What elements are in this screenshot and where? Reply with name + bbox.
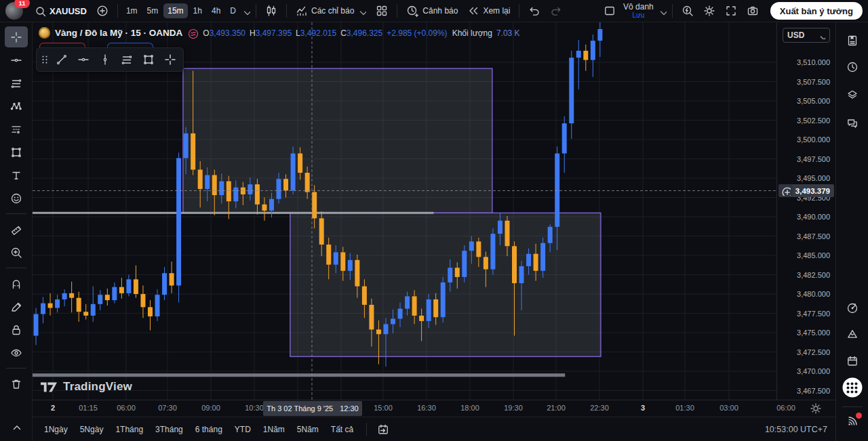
tradingview-logo-icon [41,382,58,392]
sidebar-broadcast-button[interactable] [841,411,864,432]
sidebar-alerts-button[interactable] [841,56,864,78]
indicator-templates-button[interactable] [371,2,393,20]
timeframe-D[interactable]: D [226,3,240,18]
layout-save-link[interactable]: Lưu [633,12,645,19]
price-tick: 3,490.000 [797,212,830,222]
snapshot-button[interactable] [742,2,764,20]
float-tool-parallel[interactable] [117,50,137,69]
divider [6,213,26,214]
user-avatar[interactable]: 11 [5,2,23,20]
watermark-text: TradingView [63,380,132,394]
price-tick: 3,502.500 [797,116,830,125]
tool-hline-tool[interactable] [5,49,28,70]
notification-badge: 11 [14,0,30,8]
timeframe-15m[interactable]: 15m [163,3,187,18]
sidebar-chat-button[interactable] [841,112,864,134]
float-tool-trendline[interactable] [52,50,72,69]
timeframe-4h[interactable]: 4h [208,3,224,18]
price-chart[interactable] [33,22,776,400]
symbol-search-button[interactable]: XAUUSD [30,3,92,20]
float-tool-hline-tool[interactable] [73,50,94,69]
tool-rect-tool[interactable] [5,142,28,163]
redo-button[interactable] [545,2,567,20]
float-tool-crosshair-pointer[interactable] [160,50,180,69]
tool-position[interactable] [5,119,28,140]
range-1tháng[interactable]: 1Tháng [112,422,146,437]
layout-name-button[interactable]: Vô danh Lưu [620,2,656,20]
tool-parallel[interactable] [5,72,28,93]
tool-eye[interactable] [5,342,28,363]
timeframe-1h[interactable]: 1h [189,3,206,18]
sidebar-calendar-button[interactable] [841,350,864,372]
layout-square-icon [604,5,616,17]
price-axis[interactable]: USD 3,510.0003,507.5003,505.0003,502.500… [777,22,835,400]
ideas-icon [846,328,859,340]
range-5ngày[interactable]: 5Ngày [77,422,107,437]
tool-smiley[interactable] [5,188,28,209]
fullscreen-button[interactable] [720,2,742,20]
quick-search-button[interactable] [677,2,698,20]
crosshair-time: 12:30 [340,404,359,413]
range-6-tháng[interactable]: 6 tháng [192,422,226,437]
legend-title[interactable]: Vàng / Đô la Mỹ · 15 · OANDA [55,28,182,38]
timeframe-5m[interactable]: 5m [143,3,163,18]
smiley-icon [10,192,22,205]
replay-button[interactable]: Xem lại [462,2,515,20]
exchange-clock[interactable]: 10:53:00 UTC+7 [765,425,827,434]
crosshair-icon [10,31,22,43]
float-tool-vline-tool[interactable] [95,50,115,69]
go-to-date-icon [377,423,389,436]
tool-ruler[interactable] [5,219,28,240]
drawing-rectangle[interactable] [290,213,601,356]
range-1năm[interactable]: 1Năm [260,422,288,437]
time-axis-settings-gear-icon[interactable] [810,402,822,415]
sidebar-layers-button[interactable] [841,84,864,106]
chart-style-button[interactable] [260,2,282,20]
alert-button[interactable]: Cảnh báo [401,2,462,20]
tool-text-tool[interactable] [5,165,28,186]
chevron-down-icon [241,7,250,16]
undo-button[interactable] [524,2,545,20]
chevron-down-icon [357,7,366,16]
range-1ngày[interactable]: 1Ngày [41,422,71,437]
tool-crosshair[interactable] [5,26,28,47]
market-status-icon[interactable] [187,28,198,39]
indicators-button[interactable]: Các chỉ báo [291,2,371,20]
sidebar-ideas-button[interactable] [841,323,864,345]
tool-trash[interactable] [5,373,28,394]
tool-zoom-in[interactable] [5,242,28,263]
compare-add-button[interactable] [92,2,113,20]
go-to-date-button[interactable] [372,421,394,438]
toolbar-drag-handle[interactable] [39,50,50,69]
low-value: 3,492.015 [300,28,336,38]
sidebar-apps-button[interactable] [842,378,862,398]
range-3tháng[interactable]: 3Tháng [152,422,186,437]
range-ytd[interactable]: YTD [231,422,254,437]
tool-pencil[interactable] [5,296,28,317]
sidebar-screener-button[interactable] [841,297,864,319]
float-tool-rect-tool[interactable] [138,50,159,69]
settings-button[interactable] [698,2,720,20]
currency-dropdown[interactable]: USD [783,28,830,43]
tool-lock[interactable] [5,319,28,340]
time-axis[interactable]: 201:1506:0007:3009:0010:3015:0016:3018:0… [33,400,835,417]
publish-idea-button[interactable]: Xuất bản ý tưởng [770,2,863,20]
time-tick: 03:00 [719,404,738,412]
panel-expand-button[interactable] [5,416,28,437]
layers-icon [846,89,859,101]
floating-drawing-toolbar [36,47,184,72]
tool-magnet[interactable] [5,273,28,294]
sidebar-watchlist-button[interactable] [841,30,864,51]
divider [6,268,26,268]
indicators-icon [296,5,308,17]
parallel-icon [10,77,22,89]
range-5năm[interactable]: 5Năm [294,422,322,437]
timeframe-1m[interactable]: 1m [122,3,142,18]
tool-xabcd[interactable] [5,96,28,117]
add-alert-plus-button[interactable] [778,184,793,197]
range-tất-cả[interactable]: Tất cả [328,422,357,437]
chart-pane[interactable]: Vàng / Đô la Mỹ · 15 · OANDA O3,493.350 … [33,22,776,400]
layout-select-button[interactable] [599,2,620,20]
layout-menu-button[interactable] [656,4,668,18]
timeframe-menu-button[interactable] [240,4,252,18]
